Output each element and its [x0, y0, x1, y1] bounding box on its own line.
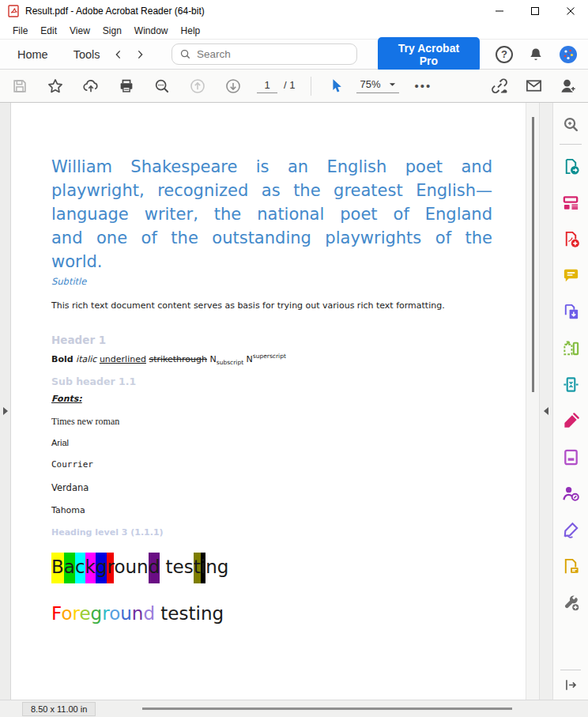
- zoom-value: 75%: [360, 78, 380, 90]
- try-acrobat-pro-button[interactable]: Try Acrobat Pro: [378, 37, 480, 72]
- underlined-sample: underlined: [100, 354, 146, 364]
- italic-sample: italic: [76, 354, 96, 364]
- open-tools-pane-icon[interactable]: [564, 677, 579, 696]
- edit-pdf-icon[interactable]: [559, 191, 582, 214]
- marquee-zoom-icon[interactable]: [152, 76, 172, 96]
- protect-pdf-icon[interactable]: [559, 445, 582, 469]
- forward-chevron-icon[interactable]: [131, 45, 149, 64]
- font-sample-verdana: Verdana: [51, 482, 492, 493]
- star-favorite-icon[interactable]: [45, 76, 66, 96]
- email-icon[interactable]: [525, 77, 543, 95]
- fill-sign-marker-icon[interactable]: [559, 409, 582, 432]
- document-title: William Shakespeare is an English poet a…: [51, 155, 492, 274]
- menu-sign[interactable]: Sign: [96, 25, 128, 36]
- vertical-scrollbar-thumb[interactable]: [532, 117, 534, 392]
- title-line: world.: [51, 250, 492, 274]
- doc-toolbar-right-group: [490, 77, 588, 96]
- zoom-level-control[interactable]: 75%: [356, 78, 398, 93]
- title-line: language writer, the national poet of En…: [51, 202, 492, 226]
- fonts-label: Fonts:: [51, 394, 492, 404]
- superscript-sample: Nsuperscript: [247, 354, 286, 364]
- find-icon[interactable]: [559, 112, 582, 136]
- minimize-button[interactable]: [481, 0, 517, 22]
- next-page-icon[interactable]: [223, 76, 243, 96]
- tools-divider: [560, 144, 582, 145]
- create-pdf-icon[interactable]: [559, 227, 582, 251]
- bold-sample: Bold: [51, 354, 74, 364]
- selection-cursor-icon[interactable]: [326, 76, 347, 96]
- chevron-down-icon: [389, 82, 396, 87]
- navigation-pane-strip[interactable]: [0, 103, 11, 700]
- main-area: William Shakespeare is an English poet a…: [0, 103, 588, 700]
- foreground-testing-text: Foreground testing: [51, 603, 492, 624]
- export-pdf-icon[interactable]: [559, 154, 582, 178]
- cloud-upload-icon[interactable]: [81, 76, 101, 96]
- menu-help[interactable]: Help: [175, 25, 207, 36]
- menu-view[interactable]: View: [63, 25, 96, 36]
- menu-bar: File Edit View Sign Window Help: [0, 22, 588, 40]
- page-navigation: 1 / 1: [257, 79, 295, 93]
- send-for-comments-icon[interactable]: [559, 554, 582, 578]
- expand-nav-pane-icon[interactable]: [2, 405, 9, 419]
- vertical-scrollbar[interactable]: [526, 103, 539, 700]
- format-samples-line: Bold italic underlined strikethrough Nsu…: [51, 353, 492, 366]
- tools-pane-strip[interactable]: [539, 103, 552, 700]
- toolbar-right-group: ?: [496, 45, 588, 64]
- tab-home[interactable]: Home: [9, 48, 56, 61]
- share-link-icon[interactable]: [490, 77, 509, 96]
- certificates-sign-icon[interactable]: [559, 518, 582, 542]
- user-avatar[interactable]: [559, 45, 578, 64]
- window-controls: [481, 0, 588, 22]
- back-chevron-icon[interactable]: [110, 45, 128, 64]
- collapse-tools-pane-icon[interactable]: [543, 405, 549, 419]
- sub-header-1-1: Sub header 1.1: [51, 375, 492, 387]
- toolbar-separator: [311, 77, 311, 96]
- subscript-sample: Nsubscript: [210, 354, 244, 364]
- window-title: Result.pdf - Adobe Acrobat Reader (64-bi…: [25, 6, 205, 17]
- strikethrough-sample: strikethrough: [149, 354, 207, 364]
- print-icon[interactable]: [116, 76, 137, 96]
- organize-pages-icon[interactable]: [559, 336, 582, 360]
- maximize-button[interactable]: [517, 0, 552, 22]
- search-box[interactable]: [172, 43, 357, 65]
- tab-tools[interactable]: Tools: [66, 48, 108, 61]
- pdf-page: William Shakespeare is an English poet a…: [11, 103, 526, 700]
- more-options-icon[interactable]: •••: [415, 79, 432, 92]
- help-icon[interactable]: ?: [496, 46, 513, 63]
- document-subtitle: Subtitle: [51, 276, 492, 287]
- search-input[interactable]: [197, 48, 349, 60]
- heading-level-3: Heading level 3 (1.1.1): [51, 527, 492, 538]
- font-sample-tahoma: Tahoma: [51, 505, 492, 515]
- acrobat-file-icon: [7, 5, 20, 17]
- main-toolbar: Home Tools Try Acrobat Pro ?: [0, 40, 588, 70]
- title-line: and one of the outstanding playwrights o…: [51, 226, 492, 250]
- more-tools-icon[interactable]: [559, 591, 582, 614]
- document-toolbar: 1 / 1 75% •••: [0, 70, 588, 103]
- close-button[interactable]: [552, 0, 588, 22]
- combine-files-icon[interactable]: [559, 300, 582, 323]
- menu-edit[interactable]: Edit: [34, 25, 63, 36]
- page-size-label: 8.50 x 11.00 in: [22, 702, 96, 716]
- page-number-input[interactable]: 1: [257, 79, 277, 93]
- menu-file[interactable]: File: [6, 25, 34, 36]
- search-icon: [179, 48, 191, 60]
- font-sample-courrier: Courrier: [51, 459, 492, 470]
- tools-divider: [560, 670, 581, 670]
- request-signatures-icon[interactable]: [559, 481, 582, 505]
- acrobat-window: Result.pdf - Adobe Acrobat Reader (64-bi…: [0, 0, 588, 717]
- header-1: Header 1: [51, 334, 492, 346]
- font-sample-times-new-roman: Times new roman: [51, 416, 492, 428]
- save-icon[interactable]: [9, 76, 30, 96]
- notifications-bell-icon[interactable]: [528, 47, 544, 62]
- tools-panel-bottom: [553, 670, 588, 700]
- comment-icon[interactable]: [559, 263, 582, 287]
- previous-page-icon[interactable]: [187, 76, 208, 96]
- status-bar: 8.50 x 11.00 in: [0, 700, 588, 717]
- menu-window[interactable]: Window: [128, 25, 175, 36]
- title-line: William Shakespeare is an English poet a…: [51, 155, 492, 179]
- horizontal-scrollbar-thumb[interactable]: [142, 708, 512, 710]
- document-body-text: This rich text document content serves a…: [51, 300, 492, 311]
- sign-in-person-icon[interactable]: [559, 77, 577, 95]
- title-line: playwright, recognized as the greatest E…: [51, 179, 492, 202]
- compress-pdf-icon[interactable]: [559, 372, 582, 396]
